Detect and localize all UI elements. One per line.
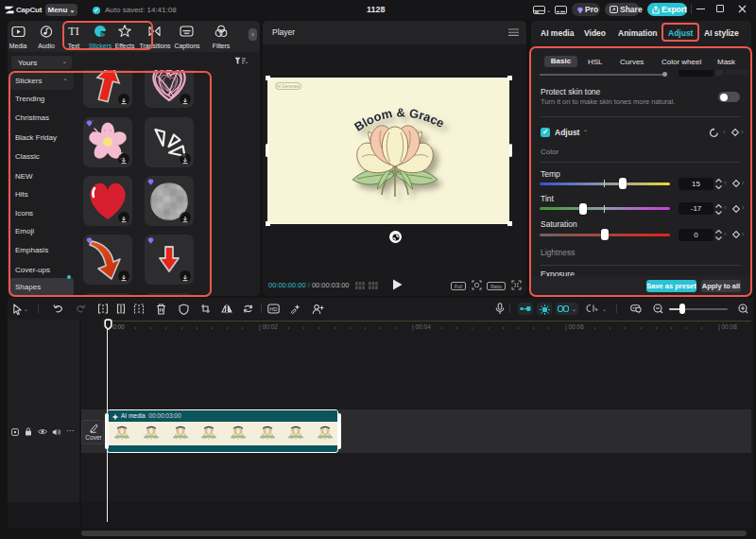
svg-text:HD: HD	[270, 306, 278, 312]
